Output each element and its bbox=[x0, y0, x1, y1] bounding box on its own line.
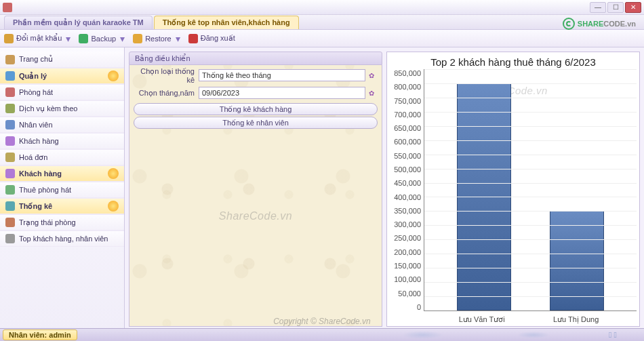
sidebar-item-11[interactable]: Top khách hàng, nhân viên bbox=[0, 230, 124, 247]
database-icon bbox=[79, 34, 88, 43]
window-maximize-button[interactable]: ☐ bbox=[607, 2, 624, 13]
sharecode-logo: SHARECODE.vn bbox=[563, 18, 636, 30]
y-tick: 450,000 bbox=[394, 179, 421, 187]
month-year-label: Chọn tháng,năm bbox=[134, 89, 199, 98]
chart-panel: Top 2 khách hàng thuê tháng 6/2023 Share… bbox=[386, 52, 640, 327]
logo-icon bbox=[563, 18, 575, 30]
logout-button[interactable]: Đăng xuất bbox=[188, 34, 235, 43]
sidebar-item-label: Thuê phòng hát bbox=[19, 186, 71, 194]
window-titlebar: — ☐ ✕ bbox=[0, 0, 644, 15]
tab-0[interactable]: Phần mềm quản lý quán karaoke TM bbox=[4, 16, 153, 29]
backup-button[interactable]: Backup bbox=[79, 34, 116, 43]
restore-button[interactable]: Restore bbox=[133, 34, 172, 43]
y-tick: 600,000 bbox=[394, 138, 421, 146]
sidebar-item-9[interactable]: Thống kê bbox=[0, 198, 124, 214]
app-icon bbox=[3, 3, 12, 12]
sidebar-item-label: Trang chủ bbox=[19, 55, 53, 64]
month-year-input[interactable]: 09/06/2023 bbox=[199, 87, 365, 99]
sidebar-item-8[interactable]: Thuê phòng hát bbox=[0, 182, 124, 198]
sidebar-item-5[interactable]: Khách hàng bbox=[0, 133, 124, 149]
y-tick: 0 bbox=[417, 303, 421, 311]
toolbar-overflow-icon[interactable]: ▾ bbox=[66, 33, 71, 44]
toolbar-overflow-icon[interactable]: ▾ bbox=[120, 33, 125, 44]
sidebar-item-label: Quản lý bbox=[19, 72, 47, 81]
y-tick: 700,000 bbox=[394, 111, 421, 119]
chart-x-axis: Lưu Văn TươiLưu Thị Dung bbox=[421, 315, 637, 326]
y-tick: 850,000 bbox=[394, 69, 421, 77]
window-minimize-button[interactable]: — bbox=[590, 2, 606, 13]
y-tick: 800,000 bbox=[394, 83, 421, 91]
y-tick: 50,000 bbox=[398, 289, 421, 298]
restore-icon bbox=[133, 34, 142, 43]
change-password-button[interactable]: Đổi mật khẩu bbox=[4, 34, 62, 43]
sidebar-item-7[interactable]: Khách hàng bbox=[0, 165, 124, 182]
ic-staff-icon bbox=[5, 120, 15, 129]
fish-icon: 𓆟 𓆝 bbox=[609, 330, 617, 340]
sidebar-item-1[interactable]: Quản lý bbox=[0, 68, 124, 84]
panel-title: Bảng điều khiển bbox=[129, 52, 382, 65]
sidebar-item-0[interactable]: Trang chủ bbox=[0, 52, 124, 68]
chart-area: 850,000800,000750,000700,000650,000600,0… bbox=[387, 69, 639, 326]
ic-inv-icon bbox=[5, 153, 15, 162]
status-bar: Nhân viên: admin 𓆟 𓆝 bbox=[0, 328, 644, 341]
chart-plot bbox=[424, 69, 637, 311]
ic-room-icon bbox=[5, 87, 15, 97]
ic-service-icon bbox=[5, 104, 15, 113]
y-tick: 550,000 bbox=[394, 152, 421, 160]
ic-status-icon bbox=[5, 218, 15, 227]
chart-title: Top 2 khách hàng thuê tháng 6/2023 bbox=[387, 52, 639, 69]
x-label-1: Lưu Thị Dung bbox=[553, 315, 599, 326]
ic-top-icon bbox=[5, 234, 15, 243]
tab-1[interactable]: Thống kê top nhân viên,khách hàng bbox=[154, 16, 299, 29]
sidebar-item-3[interactable]: Dịch vụ kèm theo bbox=[0, 100, 124, 117]
window-close-button[interactable]: ✕ bbox=[625, 2, 641, 13]
y-tick: 150,000 bbox=[394, 262, 421, 270]
toolbar-overflow-icon[interactable]: ▾ bbox=[176, 33, 180, 44]
ic-home-icon bbox=[5, 55, 15, 64]
y-tick: 350,000 bbox=[394, 207, 421, 215]
ic-rent-icon bbox=[5, 185, 15, 195]
status-user: Nhân viên: admin bbox=[3, 329, 77, 340]
y-tick: 500,000 bbox=[394, 165, 421, 174]
y-tick: 200,000 bbox=[394, 248, 421, 256]
stat-customer-button[interactable]: Thống kê khách hàng bbox=[134, 103, 378, 115]
ic-cust-icon bbox=[5, 169, 15, 178]
ic-stats-icon bbox=[5, 201, 15, 211]
stat-staff-button[interactable]: Thống kê nhân viên bbox=[134, 117, 378, 129]
sidebar-item-label: Thống kê bbox=[19, 202, 52, 211]
sun-icon bbox=[108, 201, 119, 212]
sidebar-item-label: Khách hàng bbox=[19, 169, 62, 178]
key-icon bbox=[4, 34, 14, 43]
y-tick: 250,000 bbox=[394, 234, 421, 242]
tab-strip: Phần mềm quản lý quán karaoke TMThống kê… bbox=[0, 15, 644, 30]
sidebar-item-2[interactable]: Phòng hát bbox=[0, 84, 124, 100]
y-tick: 650,000 bbox=[394, 124, 421, 132]
x-label-0: Lưu Văn Tươi bbox=[459, 315, 505, 326]
sidebar-item-10[interactable]: Trạng thái phòng bbox=[0, 214, 124, 230]
sidebar-item-label: Khách hàng bbox=[19, 137, 59, 145]
main-area: Trang chủQuản lýPhòng hátDịch vụ kèm the… bbox=[0, 47, 644, 328]
dropdown-icon[interactable]: ✿ bbox=[365, 69, 378, 81]
sidebar-item-label: Dịch vụ kèm theo bbox=[19, 104, 77, 113]
sidebar-item-label: Trạng thái phòng bbox=[19, 218, 76, 227]
ic-manage-icon bbox=[5, 71, 15, 81]
backup-label: Backup bbox=[91, 35, 116, 43]
sidebar-item-4[interactable]: Nhân viên bbox=[0, 117, 124, 133]
stat-type-label: Chọn loại thống kê bbox=[134, 67, 199, 84]
y-tick: 750,000 bbox=[394, 97, 421, 105]
logout-label: Đăng xuất bbox=[201, 34, 235, 43]
toolbar: Đổi mật khẩu ▾ Backup ▾ Restore ▾ Đăng x… bbox=[0, 30, 644, 47]
stat-type-value: Thống kê theo tháng bbox=[202, 71, 362, 80]
y-tick: 100,000 bbox=[394, 275, 421, 283]
stat-type-select[interactable]: Thống kê theo tháng bbox=[199, 69, 365, 81]
sidebar-item-label: Top khách hàng, nhân viên bbox=[19, 235, 108, 243]
month-year-value: 09/06/2023 bbox=[202, 89, 362, 97]
sidebar: Trang chủQuản lýPhòng hátDịch vụ kèm the… bbox=[0, 47, 125, 328]
sidebar-item-6[interactable]: Hoá đơn bbox=[0, 149, 124, 165]
sun-icon bbox=[108, 168, 119, 179]
status-decoration bbox=[91, 329, 644, 341]
content-area: Bảng điều khiển Chọn loại thống kê Thống… bbox=[125, 47, 644, 328]
copyright-watermark: Copyright © ShareCode.vn bbox=[273, 317, 371, 326]
chart-y-axis: 850,000800,000750,000700,000650,000600,0… bbox=[390, 69, 424, 323]
calendar-icon[interactable]: ✿ bbox=[365, 87, 378, 99]
